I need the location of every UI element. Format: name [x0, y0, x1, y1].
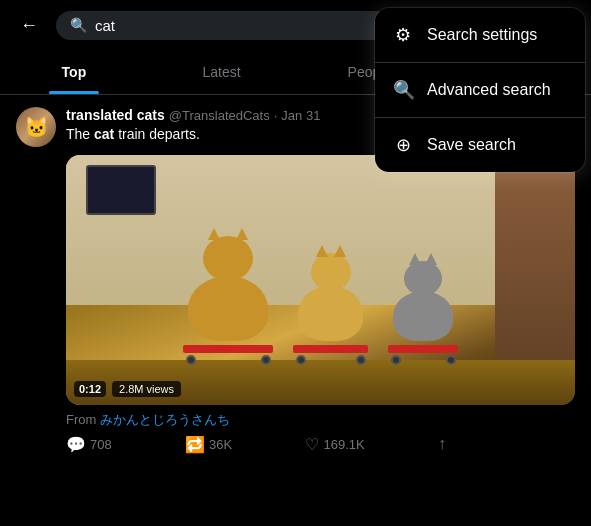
- dropdown-menu: ⚙ Search settings 🔍 Advanced search ⊕ Sa…: [375, 8, 585, 172]
- video-duration: 0:12: [74, 381, 106, 397]
- cat-1-ear-right: [236, 228, 248, 240]
- media-background: [66, 155, 575, 405]
- share-icon: ↑: [438, 435, 446, 453]
- like-button[interactable]: ♡ 169.1K: [305, 435, 364, 454]
- advanced-search-icon: 🔍: [393, 79, 413, 101]
- tweet-actions: 💬 708 🔁 36K ♡ 169.1K ↑: [66, 435, 446, 454]
- cat-2-tray: [293, 345, 368, 353]
- tweet-media[interactable]: 0:12 2.8M views: [66, 155, 575, 405]
- tweet-user-name: translated cats: [66, 107, 165, 123]
- retweet-button[interactable]: 🔁 36K: [185, 435, 232, 454]
- tab-top[interactable]: Top: [0, 50, 148, 94]
- search-settings-item[interactable]: ⚙ Search settings: [375, 8, 585, 62]
- search-icon: 🔍: [70, 17, 87, 33]
- cat-3-wheels: [391, 355, 456, 365]
- tweet-date: Jan 31: [281, 108, 320, 123]
- cat-1-wheels: [186, 355, 271, 365]
- cat-1-body: [188, 276, 268, 341]
- video-views: 2.8M views: [112, 381, 181, 397]
- like-icon: ♡: [305, 435, 319, 454]
- retweet-icon: 🔁: [185, 435, 205, 454]
- tab-latest[interactable]: Latest: [148, 50, 296, 94]
- video-overlay: 0:12 2.8M views: [74, 381, 181, 397]
- search-query: cat: [95, 17, 115, 34]
- tv-decoration: [86, 165, 156, 215]
- source-link[interactable]: みかんとじろうさんち: [100, 412, 230, 427]
- back-button[interactable]: ←: [12, 8, 46, 42]
- cat-1-ear-left: [208, 228, 220, 240]
- like-count: 169.1K: [323, 437, 364, 452]
- cat-3-body: [393, 291, 453, 341]
- share-button[interactable]: ↑: [438, 435, 446, 453]
- tweet-dot: ·: [274, 108, 278, 123]
- advanced-search-item[interactable]: 🔍 Advanced search: [375, 63, 585, 117]
- reply-button[interactable]: 💬 708: [66, 435, 112, 454]
- cat-2-wheels: [296, 355, 366, 365]
- cat-2-ear-right: [334, 245, 346, 257]
- cat-1-tray: [183, 345, 273, 353]
- reply-icon: 💬: [66, 435, 86, 454]
- cat-2-body: [298, 286, 363, 341]
- back-icon: ←: [20, 15, 38, 36]
- avatar: 🐱: [16, 107, 56, 147]
- cat-3-ear-left: [409, 253, 421, 265]
- tweet-source: From みかんとじろうさんち: [66, 411, 575, 429]
- cat-1: [183, 236, 273, 365]
- cat-3-tray: [388, 345, 458, 353]
- cats-scene: [66, 236, 575, 365]
- avatar-image: 🐱: [16, 107, 56, 147]
- cat-1-head: [203, 236, 253, 281]
- retweet-count: 36K: [209, 437, 232, 452]
- cat-2: [293, 253, 368, 365]
- tweet-handle: @TranslatedCats: [169, 108, 270, 123]
- cat-3-ear-right: [425, 253, 437, 265]
- search-settings-label: Search settings: [427, 26, 537, 44]
- reply-count: 708: [90, 437, 112, 452]
- save-search-item[interactable]: ⊕ Save search: [375, 118, 585, 172]
- cat-2-head: [311, 253, 351, 291]
- cat-3: [388, 261, 458, 365]
- cat-2-ear-left: [316, 245, 328, 257]
- settings-icon: ⚙: [393, 24, 413, 46]
- advanced-search-label: Advanced search: [427, 81, 551, 99]
- save-search-label: Save search: [427, 136, 516, 154]
- save-search-icon: ⊕: [393, 134, 413, 156]
